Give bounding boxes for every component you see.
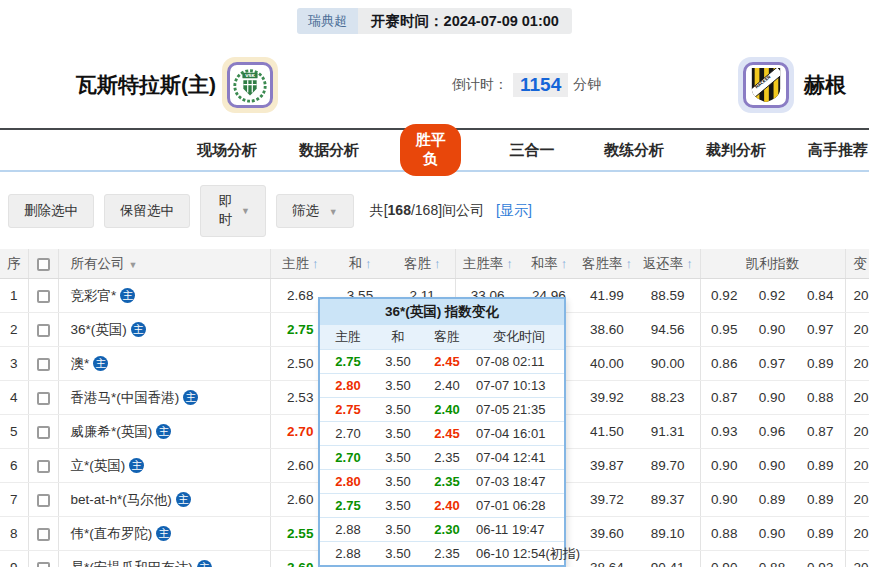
- home-crest-icon: VSK: [231, 66, 269, 104]
- row-checkbox[interactable]: [37, 494, 50, 507]
- col-away-rate[interactable]: 客胜率↑: [578, 249, 636, 279]
- popup-row: 2.70 3.50 2.45 07-04 16:01: [320, 421, 564, 445]
- tab-referee[interactable]: 裁判分析: [705, 141, 767, 160]
- col-draw-rate[interactable]: 和率↑: [520, 249, 578, 279]
- companies-table-head: 序 所有公司▼ 主胜↑ 和↑ 客胜↑ 主胜率↑ 和率↑ 客胜率↑ 返还率↑ 凯利…: [0, 249, 869, 279]
- company-name[interactable]: 36*(英国)主: [58, 313, 270, 347]
- change-time: 20: [845, 483, 869, 517]
- popup-away-odds: 2.40: [420, 398, 474, 421]
- home-badge-icon: 主: [176, 492, 191, 507]
- popup-away-odds: 2.35: [420, 470, 474, 493]
- popup-draw-odds: 3.50: [376, 470, 420, 493]
- keep-selected-button[interactable]: 保留选中: [104, 194, 190, 228]
- popup-row: 2.70 3.50 2.35 07-04 12:41: [320, 445, 564, 469]
- away-win-rate: 39.92: [578, 381, 636, 415]
- instant-dropdown[interactable]: 即时 ▼: [200, 185, 266, 237]
- sort-asc-icon: ↑: [561, 256, 568, 271]
- company-name[interactable]: 香港马*(中国香港)主: [58, 381, 270, 415]
- kelly-draw: 0.97: [748, 347, 796, 381]
- company-name[interactable]: 立*(英国)主: [58, 449, 270, 483]
- row-checkbox[interactable]: [37, 358, 50, 371]
- select-all-checkbox[interactable]: [37, 258, 50, 271]
- tab-expert[interactable]: 高手推荐: [807, 141, 869, 160]
- away-win-rate: 41.99: [578, 279, 636, 313]
- tab-live[interactable]: 现场分析: [196, 141, 258, 160]
- countdown-unit: 分钟: [573, 76, 601, 94]
- popup-home-odds: 2.75: [320, 398, 376, 421]
- change-time: 20: [845, 313, 869, 347]
- home-team-logo: VSK: [222, 57, 278, 113]
- kelly-draw: 0.88: [748, 551, 796, 567]
- chevron-down-icon: ▼: [329, 207, 338, 217]
- filter-dropdown[interactable]: 筛选 ▼: [276, 194, 354, 228]
- change-time: 20: [845, 381, 869, 415]
- row-checkbox[interactable]: [37, 324, 50, 337]
- company-name[interactable]: bet-at-h*(马尔他)主: [58, 483, 270, 517]
- col-return-rate[interactable]: 返还率↑: [636, 249, 700, 279]
- tab-three-in-one[interactable]: 三合一: [501, 141, 563, 160]
- kelly-home: 0.93: [700, 415, 748, 449]
- company-name[interactable]: 伟*(直布罗陀)主: [58, 517, 270, 551]
- sort-asc-icon: ↑: [365, 256, 372, 271]
- row-index: 6: [0, 449, 28, 483]
- away-win-rate: 39.72: [578, 483, 636, 517]
- row-checkbox[interactable]: [37, 426, 50, 439]
- company-name[interactable]: 威廉希*(英国)主: [58, 415, 270, 449]
- col-draw-odds[interactable]: 和↑: [330, 249, 390, 279]
- col-away-odds[interactable]: 客胜↑: [390, 249, 455, 279]
- row-index: 8: [0, 517, 28, 551]
- row-checkbox[interactable]: [37, 460, 50, 473]
- popup-away-odds: 2.45: [420, 422, 474, 445]
- row-checkbox[interactable]: [37, 528, 50, 541]
- return-rate: 91.31: [636, 415, 700, 449]
- col-company[interactable]: 所有公司▼: [58, 249, 270, 279]
- kelly-away: 0.89: [796, 483, 845, 517]
- kelly-draw: 0.89: [748, 483, 796, 517]
- kickoff-time: 开赛时间：2024-07-09 01:00: [358, 8, 572, 34]
- company-name[interactable]: 澳*主: [58, 347, 270, 381]
- col-home-odds[interactable]: 主胜↑: [270, 249, 330, 279]
- popup-away-odds: 2.40: [420, 494, 474, 517]
- sort-asc-icon: ↑: [434, 256, 441, 271]
- delete-selected-button[interactable]: 删除选中: [8, 194, 94, 228]
- return-rate: 90.41: [636, 551, 700, 567]
- away-win-rate: 39.60: [578, 517, 636, 551]
- popup-col-away: 客胜: [420, 325, 474, 349]
- row-checkbox[interactable]: [37, 562, 50, 567]
- away-win-rate: 41.50: [578, 415, 636, 449]
- kelly-away: 0.93: [796, 551, 845, 567]
- popup-col-draw: 和: [376, 325, 420, 349]
- kelly-draw: 0.90: [748, 449, 796, 483]
- popup-draw-odds: 3.50: [376, 494, 420, 517]
- popup-change-time: 06-11 19:47: [474, 518, 564, 541]
- kelly-home: 0.90: [700, 551, 748, 567]
- company-count: 共[168/168]间公司: [370, 202, 484, 220]
- tab-data[interactable]: 数据分析: [298, 141, 360, 160]
- row-checkbox-cell: [28, 551, 58, 567]
- home-badge-icon: 主: [120, 288, 135, 303]
- show-link[interactable]: [显示]: [496, 202, 532, 220]
- change-time: 20: [845, 449, 869, 483]
- popup-row: 2.75 3.50 2.40 07-05 21:35: [320, 397, 564, 421]
- row-checkbox[interactable]: [37, 290, 50, 303]
- company-name[interactable]: 易*(安提瓜和巴布达)主: [58, 551, 270, 567]
- popup-change-time: 07-05 21:35: [474, 398, 564, 421]
- row-index: 4: [0, 381, 28, 415]
- kelly-away: 0.84: [796, 279, 845, 313]
- change-time: 20: [845, 517, 869, 551]
- col-home-rate[interactable]: 主胜率↑: [455, 249, 520, 279]
- kelly-home: 0.87: [700, 381, 748, 415]
- countdown-value: 1154: [513, 73, 568, 97]
- company-count-shown: 168: [388, 202, 411, 218]
- row-checkbox-cell: [28, 483, 58, 517]
- row-checkbox[interactable]: [37, 392, 50, 405]
- tab-coach[interactable]: 教练分析: [603, 141, 665, 160]
- kelly-away: 0.88: [796, 381, 845, 415]
- away-win-rate: 38.60: [578, 313, 636, 347]
- row-index: 5: [0, 415, 28, 449]
- popup-change-time: 07-07 10:13: [474, 374, 564, 397]
- tab-odds[interactable]: 胜平负: [400, 124, 461, 176]
- popup-change-time: 07-03 18:47: [474, 470, 564, 493]
- away-team-logo: HACKEN: [738, 57, 794, 113]
- company-name[interactable]: 竞彩官*主: [58, 279, 270, 313]
